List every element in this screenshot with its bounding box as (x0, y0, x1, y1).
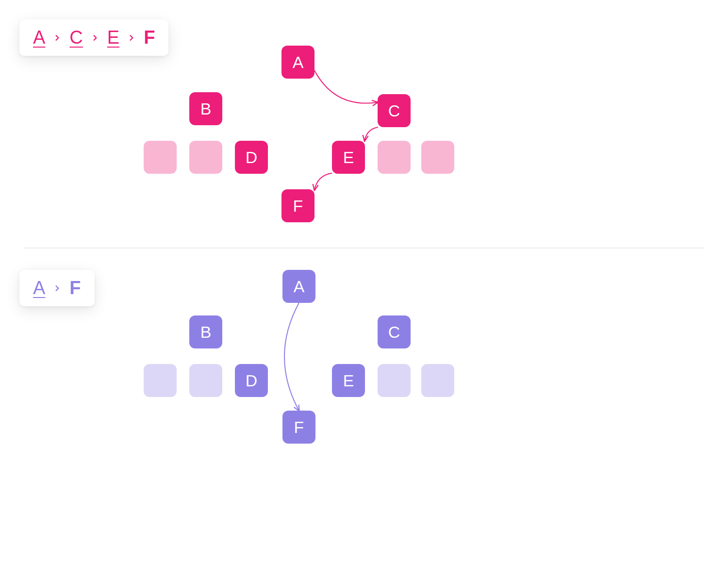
node-c: C (378, 94, 411, 127)
breadcrumb-top: ACEF (19, 19, 168, 56)
node-c: C (378, 315, 411, 348)
breadcrumb-current-f: F (144, 27, 155, 48)
arrow-a-to-f (284, 303, 299, 411)
arrow-c-to-e (364, 127, 378, 141)
node-placeholder (378, 141, 411, 174)
node-a: A (282, 270, 315, 303)
page: ACEF ABCDEF AF ABCDEF (0, 0, 728, 563)
node-placeholder (421, 364, 454, 397)
breadcrumb-current-f: F (69, 278, 81, 298)
node-label: F (293, 197, 303, 215)
breadcrumb-link-a[interactable]: A (33, 27, 45, 48)
breadcrumb-link-e[interactable]: E (107, 27, 119, 48)
node-f: F (282, 411, 315, 444)
node-label: D (246, 371, 258, 390)
chevron-right-icon (54, 285, 61, 292)
breadcrumb-bottom: AF (19, 270, 95, 306)
node-b: B (189, 92, 222, 125)
arrows-bottom (0, 252, 728, 563)
node-label: C (388, 323, 400, 342)
node-label: E (343, 371, 354, 390)
node-label: A (294, 277, 305, 296)
diagram-section-bottom: AF ABCDEF (0, 252, 728, 563)
node-b: B (189, 315, 222, 348)
chevron-right-icon (92, 34, 99, 41)
node-d: D (235, 141, 268, 174)
node-label: F (294, 418, 304, 437)
node-label: C (388, 101, 400, 120)
diagram-section-top: ACEF ABCDEF (0, 0, 728, 245)
node-label: E (343, 148, 354, 167)
chevron-right-icon (54, 34, 61, 41)
breadcrumb-link-c[interactable]: C (69, 27, 83, 48)
node-placeholder (144, 141, 177, 174)
node-e: E (332, 364, 365, 397)
node-label: A (293, 53, 304, 72)
breadcrumb-link-a[interactable]: A (33, 278, 45, 298)
node-label: B (200, 323, 212, 342)
node-label: B (200, 99, 212, 118)
node-placeholder (421, 141, 454, 174)
section-divider (24, 248, 704, 248)
node-placeholder (378, 364, 411, 397)
node-placeholder (144, 364, 177, 397)
node-label: D (246, 148, 258, 167)
node-e: E (332, 141, 365, 174)
arrow-e-to-f (314, 173, 332, 190)
arrow-a-to-c (314, 70, 378, 103)
node-placeholder (189, 141, 222, 174)
node-f: F (281, 189, 314, 222)
node-d: D (235, 364, 268, 397)
node-placeholder (189, 364, 222, 397)
node-a: A (281, 46, 314, 79)
chevron-right-icon (128, 34, 135, 41)
